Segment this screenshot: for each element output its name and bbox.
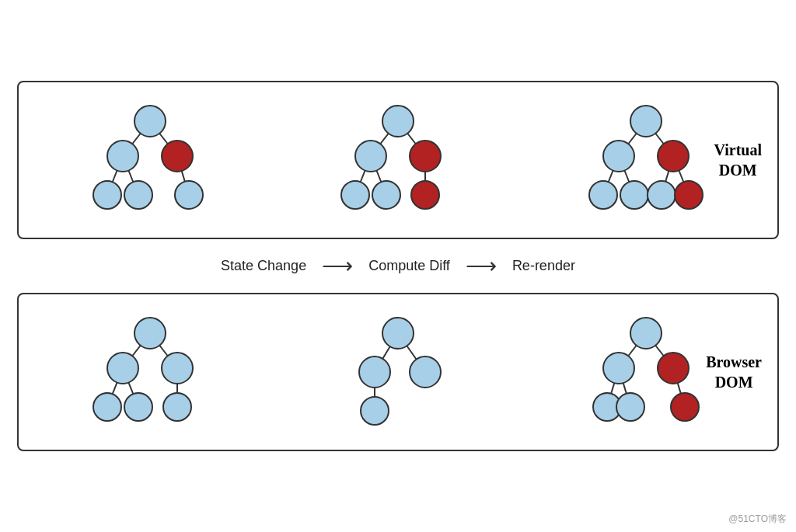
svg-point-63 xyxy=(671,393,699,421)
svg-point-58 xyxy=(630,318,662,349)
re-render-label: Re-render xyxy=(512,258,575,274)
svg-point-40 xyxy=(134,318,166,349)
svg-point-62 xyxy=(616,393,644,421)
svg-point-7 xyxy=(162,141,193,172)
svg-point-49 xyxy=(382,318,414,349)
svg-point-33 xyxy=(648,181,676,209)
svg-point-16 xyxy=(382,106,414,137)
virtual-dom-panel: Virtual DOM xyxy=(17,81,779,239)
svg-point-50 xyxy=(359,356,390,388)
svg-point-9 xyxy=(124,181,152,209)
compute-diff-label: Compute Diff xyxy=(368,258,450,274)
browser-dom-label: Browser DOM xyxy=(706,352,762,392)
svg-point-19 xyxy=(341,181,369,209)
svg-point-44 xyxy=(124,393,152,421)
svg-point-10 xyxy=(175,181,203,209)
svg-point-31 xyxy=(589,181,617,209)
virtual-dom-label: Virtual DOM xyxy=(714,140,762,180)
vdom-tree-1 xyxy=(88,98,212,222)
svg-point-32 xyxy=(620,181,648,209)
arrow-2: ⟶ xyxy=(466,253,497,279)
watermark: @51CTO博客 xyxy=(728,513,787,526)
steps-row: State Change ⟶ Compute Diff ⟶ Re-render xyxy=(17,239,779,293)
svg-point-45 xyxy=(163,393,191,421)
bdom-tree-2 xyxy=(336,310,460,434)
bdom-tree-1 xyxy=(88,310,212,434)
svg-point-21 xyxy=(411,181,439,209)
bdom-tree-3 xyxy=(584,310,708,434)
arrow-1: ⟶ xyxy=(322,253,353,279)
svg-point-17 xyxy=(355,141,386,172)
svg-point-43 xyxy=(93,393,121,421)
svg-point-30 xyxy=(658,141,689,172)
svg-point-42 xyxy=(162,353,193,384)
svg-point-28 xyxy=(630,106,662,137)
svg-point-18 xyxy=(410,141,441,172)
main-container: Virtual DOM State Change ⟶ Compute Diff … xyxy=(17,81,779,451)
svg-point-34 xyxy=(675,181,703,209)
svg-point-29 xyxy=(603,141,634,172)
state-change-label: State Change xyxy=(221,258,306,274)
svg-point-8 xyxy=(93,181,121,209)
svg-point-51 xyxy=(410,356,441,388)
browser-dom-panel: Browser DOM xyxy=(17,293,779,451)
svg-point-5 xyxy=(134,106,166,137)
svg-point-60 xyxy=(658,353,689,384)
svg-point-20 xyxy=(372,181,400,209)
svg-point-41 xyxy=(107,353,138,384)
svg-point-52 xyxy=(361,397,389,425)
svg-point-59 xyxy=(603,353,634,384)
vdom-tree-3 xyxy=(584,98,708,222)
svg-point-6 xyxy=(107,141,138,172)
vdom-tree-2 xyxy=(336,98,460,222)
